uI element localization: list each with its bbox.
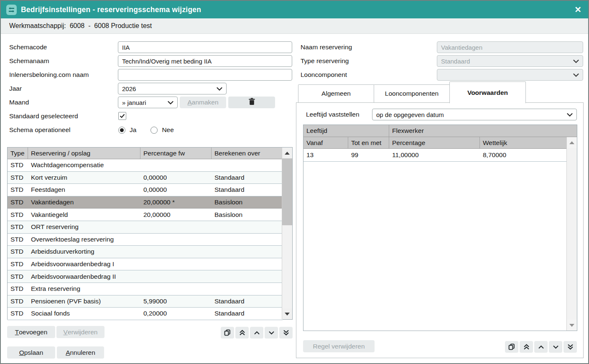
table-row[interactable]: STDWachtdagencompensatie xyxy=(8,159,283,172)
title-bar: Bedrijfsinstellingen - reserveringsschem… xyxy=(1,1,588,18)
table-row[interactable]: STDORT reservering xyxy=(8,221,283,234)
column-header: Vanaf xyxy=(303,137,348,148)
group-header: Leeftijd xyxy=(303,125,389,137)
inlenersbeloning-label: Inlenersbeloning.com naam xyxy=(9,69,89,81)
scroll-down-icon[interactable] xyxy=(282,308,292,319)
move-up-icon[interactable] xyxy=(534,341,548,353)
naam-reservering-label: Naam reservering xyxy=(301,41,352,53)
schemacode-input[interactable] xyxy=(118,41,292,53)
column-header: Wettelijk xyxy=(480,137,567,148)
move-top-icon[interactable] xyxy=(235,327,249,339)
radio-nee[interactable] xyxy=(150,127,158,134)
looncomponent-select[interactable] xyxy=(437,69,583,81)
move-down-icon[interactable] xyxy=(265,327,278,339)
scroll-up-icon[interactable] xyxy=(567,137,577,148)
transfer-arrows-icon xyxy=(6,5,17,15)
scroll-up-icon[interactable] xyxy=(282,148,292,158)
type-reservering-label: Type reservering xyxy=(301,55,349,67)
column-header: Berekenen over xyxy=(212,148,283,159)
table-row[interactable]: STDPensioenen (PVF basis)5,99000Standaar… xyxy=(8,295,283,308)
window-title: Bedrijfsinstellingen - reserveringsschem… xyxy=(21,5,201,14)
maand-select[interactable]: » januari xyxy=(118,97,178,108)
type-reservering-select[interactable]: Standaard xyxy=(437,55,583,67)
chevron-down-icon xyxy=(168,99,173,106)
table-row[interactable]: STDArbeidsduurverkorting xyxy=(8,246,283,258)
table-header-row: Type Reservering / opslag Percentage fw … xyxy=(8,148,283,159)
scrollbar[interactable] xyxy=(282,148,292,319)
table-header-row: Vanaf Tot en met Percentage Wettelijk xyxy=(303,137,567,149)
chevron-down-icon xyxy=(567,111,573,118)
schema-operationeel-radios: Ja Nee xyxy=(118,126,174,134)
table-row[interactable]: STDOverwerktoeslag reservering xyxy=(8,234,283,246)
table-row[interactable]: STDFeestdagen0,00000Standaard xyxy=(8,184,283,196)
chevron-down-icon xyxy=(573,58,579,65)
row-reorder-toolbar xyxy=(505,341,577,353)
radio-ja[interactable] xyxy=(118,127,125,134)
maand-label: Maand xyxy=(9,97,29,108)
type-reservering-value: Standaard xyxy=(441,58,470,65)
move-top-icon[interactable] xyxy=(520,341,533,353)
table-row[interactable]: STDArbeidsvoorwaardenbedrag I xyxy=(8,258,283,271)
schema-operationeel-label: Schema operationeel xyxy=(9,124,71,136)
leeftijd-table: Leeftijd Flexwerker Vanaf Tot en met Per… xyxy=(303,125,577,331)
table-row[interactable]: 13 99 11,00000 8,70000 xyxy=(303,149,567,162)
chevron-down-icon xyxy=(217,85,222,92)
leeftijd-vaststellen-select[interactable]: op de opgegeven datum xyxy=(372,109,577,120)
radio-nee-label: Nee xyxy=(162,126,173,134)
maand-select-value: » januari xyxy=(122,99,146,106)
aanmaken-button[interactable]: Aanmaken xyxy=(180,97,226,108)
delete-month-button[interactable] xyxy=(228,97,275,108)
jaar-select[interactable]: 2026 xyxy=(118,83,227,94)
toevoegen-button[interactable]: Toevoegen xyxy=(7,326,55,338)
table-row[interactable]: STDExtra reservering xyxy=(8,283,283,295)
verwijderen-button[interactable]: Verwijderen xyxy=(56,326,105,338)
move-down-icon[interactable] xyxy=(549,341,562,353)
column-header: Percentage xyxy=(389,137,480,148)
opslaan-button[interactable]: Opslaan xyxy=(7,346,55,359)
annuleren-button[interactable]: Annuleren xyxy=(57,346,104,359)
move-bottom-icon[interactable] xyxy=(564,341,577,353)
move-bottom-icon[interactable] xyxy=(279,327,293,339)
looncomponent-label: Looncomponent xyxy=(301,69,347,81)
dialog-window: Bedrijfsinstellingen - reserveringsschem… xyxy=(0,0,589,364)
group-header: Flexwerker xyxy=(389,125,577,137)
jaar-select-value: 2026 xyxy=(122,85,136,92)
schemanaam-input[interactable] xyxy=(118,55,292,67)
column-header: Tot en met xyxy=(348,137,389,148)
table-row[interactable]: STDArbeidsvoorwaardenbedrag II xyxy=(8,270,283,283)
leeftijd-vaststellen-value: op de opgegeven datum xyxy=(376,111,444,118)
column-header: Type xyxy=(8,148,28,159)
reserveringen-table: Type Reservering / opslag Percentage fw … xyxy=(7,147,293,320)
table-row[interactable]: STDKort verzuim0,00000Standaard xyxy=(8,172,283,184)
leeftijd-vaststellen-label: Leeftijd vaststellen xyxy=(306,109,360,120)
scrollbar-thumb[interactable] xyxy=(282,158,292,225)
schemacode-label: Schemacode xyxy=(9,41,47,53)
trash-icon xyxy=(248,98,255,107)
naam-reservering-input[interactable] xyxy=(437,41,583,53)
standaard-geselecteerd-label: Standaard geselecteerd xyxy=(9,110,78,122)
column-header: Percentage fw xyxy=(140,148,212,159)
tab-voorwaarden[interactable]: Voorwaarden xyxy=(449,81,526,103)
table-row-selected[interactable]: STDVakantiedagen20,00000 *Basisloon xyxy=(8,196,283,209)
regel-verwijderen-button[interactable]: Regel verwijderen xyxy=(303,340,375,352)
werkmaatschappij-bar: Werkmaatschappij: 6008 - 6008 Productie … xyxy=(1,18,588,34)
tab-looncomponenten[interactable]: Looncomponenten xyxy=(374,84,450,102)
table-group-header-row: Leeftijd Flexwerker xyxy=(303,125,577,137)
scroll-down-icon[interactable] xyxy=(567,320,577,331)
table-row[interactable]: STDVakantiegeld20,00000Basisloon xyxy=(8,209,283,221)
move-up-icon[interactable] xyxy=(250,327,263,339)
row-reorder-toolbar xyxy=(221,327,293,339)
column-header: Reservering / opslag xyxy=(28,148,140,159)
close-icon[interactable]: ✕ xyxy=(574,5,581,14)
scrollbar[interactable] xyxy=(566,137,577,331)
table-row[interactable]: STDSociaal fonds0,20000Standaard xyxy=(8,308,283,320)
chevron-down-icon xyxy=(573,71,579,79)
standaard-geselecteerd-checkbox[interactable] xyxy=(118,112,126,120)
schemanaam-label: Schemanaam xyxy=(9,55,49,67)
inlenersbeloning-input[interactable] xyxy=(118,69,292,81)
radio-ja-label: Ja xyxy=(130,126,136,134)
copy-icon[interactable] xyxy=(505,341,518,353)
copy-icon[interactable] xyxy=(221,327,234,339)
jaar-label: Jaar xyxy=(9,83,22,94)
tab-algemeen[interactable]: Algemeen xyxy=(298,84,374,102)
